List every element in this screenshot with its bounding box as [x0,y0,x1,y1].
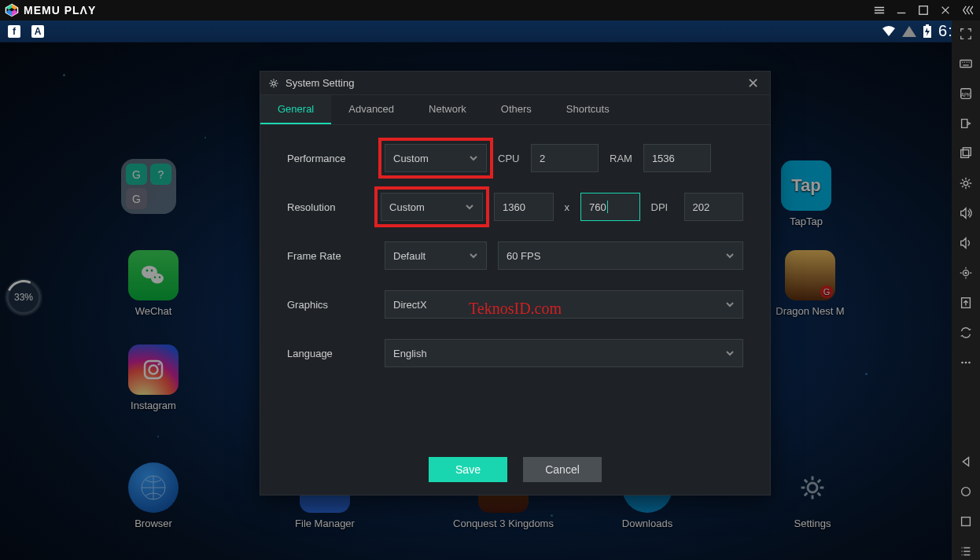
facebook-notif-icon[interactable]: f [8,25,20,38]
chevron-down-icon [725,348,735,358]
system-setting-dialog: System Setting ✕ General Advanced Networ… [260,71,771,496]
maximize-button[interactable] [916,2,931,18]
keymap-icon[interactable] [957,55,974,72]
select-value: Custom [389,201,425,213]
tab-network[interactable]: Network [411,95,484,124]
chevron-down-icon [469,153,478,163]
settings-icon[interactable] [957,175,974,192]
save-button[interactable]: Save [429,457,507,482]
ram-label: RAM [610,153,632,164]
sync-icon[interactable] [957,324,974,341]
svg-point-13 [963,181,967,185]
graphics-select[interactable]: DirectX [385,290,743,319]
svg-rect-11 [961,150,969,158]
titlebar: MEMU PLΛY [0,0,980,20]
memu-logo-icon [5,3,19,17]
volume-down-icon[interactable] [957,234,974,252]
resolution-x-label: x [565,201,570,213]
rotate-icon[interactable] [957,115,974,132]
chevron-down-icon [725,300,735,309]
apk-icon[interactable]: APK [957,85,974,102]
cpu-input[interactable]: 2 [531,144,599,172]
framerate-mode-select[interactable]: Default [385,241,487,270]
more-icon[interactable] [957,354,974,371]
select-value: DirectX [393,299,427,311]
wifi-icon [882,26,896,37]
tab-advanced[interactable]: Advanced [331,95,411,124]
select-value: 60 FPS [507,250,540,262]
tab-general[interactable]: General [260,95,331,124]
framerate-fps-select[interactable]: 60 FPS [498,241,743,270]
select-value: Default [393,250,426,262]
expand-right-icon[interactable] [960,2,975,18]
multi-instance-icon[interactable] [957,145,974,162]
volume-up-icon[interactable] [957,204,974,222]
app-notif-icon[interactable]: A [31,25,44,38]
graphics-label: Graphics [287,299,374,311]
dialog-close-button[interactable]: ✕ [744,75,762,92]
performance-label: Performance [287,153,374,164]
svg-point-19 [968,362,971,364]
svg-marker-3 [6,9,13,16]
framerate-label: Frame Rate [287,250,374,262]
performance-select[interactable]: Custom [385,144,487,172]
svg-point-18 [965,362,967,364]
desktop[interactable]: G?G 33% WeChat Instagram Browser File Ma… [0,42,952,560]
signal-icon [902,26,916,37]
highlight-resolution-select: Custom [376,188,488,226]
battery-charging-icon [923,24,932,39]
chevron-down-icon [469,251,478,260]
resolution-height-input[interactable]: 760 [580,193,639,221]
language-label: Language [287,348,374,359]
android-statusbar: f A 6:03 [0,20,980,42]
nav-recent-icon[interactable] [957,513,974,530]
svg-rect-12 [963,148,971,156]
text-cursor [607,201,608,213]
list-icon[interactable] [957,543,974,560]
row-resolution: Resolution Custom 1360 x 760 DPI 202 [287,193,743,221]
app-logo: MEMU PLΛY [5,3,96,17]
language-select[interactable]: English [385,339,743,367]
nav-back-icon[interactable] [957,453,974,470]
close-button[interactable] [938,2,953,18]
svg-rect-8 [960,61,971,68]
resolution-label: Resolution [287,201,370,213]
app-title: MEMU PLΛY [24,4,96,17]
svg-rect-7 [926,24,929,26]
tab-shortcuts[interactable]: Shortcuts [549,95,627,124]
resolution-width-input[interactable]: 1360 [494,193,553,221]
svg-point-15 [965,272,967,274]
select-value: English [393,348,427,359]
chevron-down-icon [465,202,474,212]
row-framerate: Frame Rate Default 60 FPS [287,241,743,270]
cpu-label: CPU [498,153,520,164]
minimize-button[interactable] [893,2,909,18]
row-language: Language English [287,339,743,367]
cancel-button[interactable]: Cancel [523,457,602,482]
tabs: General Advanced Network Others Shortcut… [260,95,770,125]
watermark-text: TeknosID.com [469,300,562,318]
dialog-title: System Setting [286,77,354,89]
svg-point-20 [962,488,971,496]
tab-others[interactable]: Others [484,95,549,124]
dpi-label: DPI [651,201,673,213]
dialog-titlebar: System Setting ✕ [260,72,770,95]
dialog-footer: Save Cancel [260,444,770,495]
svg-point-33 [272,81,275,84]
right-toolbar: APK [952,20,980,560]
svg-point-17 [961,362,963,364]
fullscreen-icon[interactable] [957,25,974,42]
location-icon[interactable] [957,264,974,282]
resolution-select[interactable]: Custom [381,193,483,221]
menu-button[interactable] [871,2,887,18]
gear-icon [268,78,279,89]
nav-home-icon[interactable] [957,483,974,500]
svg-rect-21 [962,518,971,526]
svg-rect-5 [919,6,928,15]
ram-input[interactable]: 1536 [643,144,711,172]
chevron-down-icon [725,251,735,260]
select-value: Custom [393,153,429,164]
file-share-icon[interactable] [957,294,974,311]
dpi-input[interactable]: 202 [684,193,743,221]
row-performance: Performance Custom CPU 2 RAM 1536 [287,144,743,172]
